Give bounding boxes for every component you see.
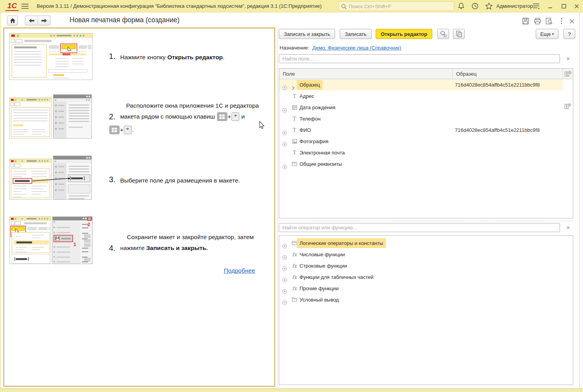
field-tree-row[interactable]: TТелефон bbox=[279, 113, 563, 124]
find-button[interactable] bbox=[437, 29, 449, 39]
row-label: Фотография bbox=[300, 136, 328, 147]
window-right-border bbox=[579, 12, 580, 388]
callout-1: 1 bbox=[73, 241, 76, 247]
step-text: . bbox=[223, 54, 225, 60]
copy-button[interactable] bbox=[453, 29, 465, 39]
step-text: Расположите окна приложения 1С и редакто… bbox=[109, 100, 273, 111]
purpose-label: Назначение: bbox=[280, 45, 309, 51]
step-text: Сохраните макет и закройте редактор, зат… bbox=[109, 232, 273, 243]
forward-arrow-icon bbox=[41, 18, 47, 23]
back-button[interactable] bbox=[25, 16, 38, 25]
operator-tree-row[interactable]: fxЧисловые функции bbox=[279, 249, 563, 260]
app-title: Версия 3.1.11 / Демонстрационная конфигу… bbox=[37, 3, 322, 9]
function-type-icon: fx bbox=[291, 283, 298, 294]
step-text-bold: Записать и закрыть. bbox=[146, 245, 208, 251]
help-button[interactable]: ? bbox=[563, 29, 575, 39]
row-settings-button[interactable] bbox=[564, 103, 571, 111]
column-settings-icon bbox=[564, 103, 571, 110]
field-tree-row[interactable]: TАдрес bbox=[279, 90, 563, 102]
field-tree-row[interactable]: Общие реквизиты bbox=[279, 158, 563, 170]
expand-icon[interactable] bbox=[282, 162, 287, 167]
row-label: Общие реквизиты bbox=[300, 158, 342, 170]
expand-icon[interactable] bbox=[282, 264, 287, 268]
copy-icon bbox=[456, 30, 462, 37]
operator-tree-row[interactable]: fxСтроковые функции bbox=[279, 260, 563, 271]
vertical-splitter[interactable] bbox=[277, 28, 278, 386]
forward-button[interactable] bbox=[37, 16, 50, 25]
close-window-icon[interactable] bbox=[572, 2, 582, 11]
step-text: Выберите поле для размещения в макете. bbox=[120, 177, 240, 184]
operator-tree-row[interactable]: Условный вывод bbox=[279, 294, 563, 305]
row-label: Строковые функции bbox=[300, 260, 347, 271]
field-search-input[interactable] bbox=[279, 54, 560, 63]
horizontal-splitter[interactable] bbox=[279, 221, 573, 221]
step2-thumbnail bbox=[9, 94, 93, 143]
field-tree-row[interactable]: Образец716d4028ec854affb4c51e2211bbc9f8 bbox=[279, 79, 563, 90]
text-type-icon: T bbox=[291, 113, 298, 124]
field-tree-row[interactable]: TФИО716d4028ec854affb4c51e2211bbc9f8 bbox=[279, 124, 563, 136]
table-settings-button[interactable] bbox=[563, 69, 573, 79]
save-button[interactable]: Записать bbox=[340, 29, 372, 39]
home-button[interactable] bbox=[7, 16, 18, 25]
expand-icon[interactable] bbox=[282, 128, 287, 133]
expand-icon[interactable] bbox=[282, 286, 287, 291]
kebab-menu-icon[interactable] bbox=[557, 17, 566, 25]
purpose-link[interactable]: Демо: Физические лица (Справочник) bbox=[312, 45, 401, 51]
expand-icon[interactable] bbox=[282, 241, 287, 246]
field-tree-row[interactable]: TЭлектронная почта bbox=[279, 147, 563, 158]
fields-tree: Образец716d4028ec854affb4c51e2211bbc9f8T… bbox=[279, 79, 573, 170]
step-text: . bbox=[132, 126, 134, 133]
row-label: Электронная почта bbox=[300, 147, 345, 158]
expand-icon bbox=[282, 151, 287, 155]
expand-icon[interactable] bbox=[282, 252, 287, 257]
current-user[interactable]: Администратор bbox=[496, 3, 533, 9]
save-icon[interactable] bbox=[521, 17, 530, 25]
form-toolbar: Новая печатная форма (создание) bbox=[0, 12, 583, 28]
more-actions-button[interactable]: Еще ▾ bbox=[536, 29, 558, 39]
maximize-icon[interactable] bbox=[559, 2, 569, 11]
clear-operator-search-icon[interactable]: ✕ bbox=[565, 225, 571, 231]
plus-sign: + bbox=[120, 126, 123, 133]
operator-search-input[interactable] bbox=[279, 223, 560, 232]
step-1: 1.Нажмите кнопку Открыть редактор. bbox=[109, 52, 225, 63]
preview-icon[interactable] bbox=[544, 17, 554, 25]
instructions-panel: 1.Нажмите кнопку Открыть редактор. bbox=[4, 28, 275, 386]
field-tree-row[interactable]: Дата рождения bbox=[279, 102, 563, 113]
operator-tree-row[interactable]: fxФункции для табличных частей bbox=[279, 271, 563, 283]
expand-icon[interactable] bbox=[282, 275, 287, 280]
operator-tree-row[interactable]: fxПрочие функции bbox=[279, 283, 563, 294]
step1-thumbnail bbox=[9, 33, 93, 82]
operator-tree-row[interactable]: Логические операторы и константы bbox=[279, 238, 563, 249]
field-tree-row[interactable]: Фотография bbox=[279, 136, 563, 147]
service-menu-icon[interactable] bbox=[532, 2, 541, 10]
windows-key-icon bbox=[217, 112, 227, 124]
print-icon[interactable] bbox=[533, 17, 542, 25]
expand-icon[interactable] bbox=[282, 298, 287, 302]
open-editor-button[interactable]: Открыть редактор bbox=[376, 29, 432, 39]
favorites-star-icon[interactable] bbox=[485, 2, 494, 10]
step-2: Расположите окна приложения 1С и редакто… bbox=[109, 100, 273, 138]
notifications-bell-icon[interactable] bbox=[458, 2, 466, 10]
calendar-type-icon bbox=[291, 102, 298, 113]
global-search-box[interactable] bbox=[338, 2, 454, 11]
column-header-field[interactable]: Поле bbox=[279, 69, 452, 79]
clear-field-search-icon[interactable]: ✕ bbox=[565, 56, 571, 62]
history-clock-icon[interactable] bbox=[471, 2, 480, 10]
row-label: Адрес bbox=[300, 90, 314, 102]
step-number: 3. bbox=[109, 175, 116, 184]
expand-icon[interactable] bbox=[282, 83, 287, 87]
step-text: нажмите bbox=[120, 245, 146, 251]
expand-icon[interactable] bbox=[282, 139, 287, 144]
step-3: 3.Выберите поле для размещения в макете. bbox=[109, 175, 240, 186]
row-label: ФИО bbox=[300, 124, 311, 136]
expand-icon[interactable] bbox=[282, 105, 287, 110]
close-form-icon[interactable] bbox=[567, 17, 576, 25]
row-label: Образец bbox=[297, 80, 323, 90]
row-label: Условный вывод bbox=[300, 294, 339, 305]
minimize-icon[interactable] bbox=[545, 2, 555, 11]
column-header-sample[interactable]: Образец bbox=[452, 69, 563, 79]
save-and-close-button[interactable]: Записать и закрыть bbox=[279, 29, 335, 39]
global-search-input[interactable] bbox=[349, 3, 451, 10]
main-menu-icon[interactable] bbox=[21, 3, 29, 11]
more-details-link[interactable]: Подробнее bbox=[224, 267, 255, 274]
